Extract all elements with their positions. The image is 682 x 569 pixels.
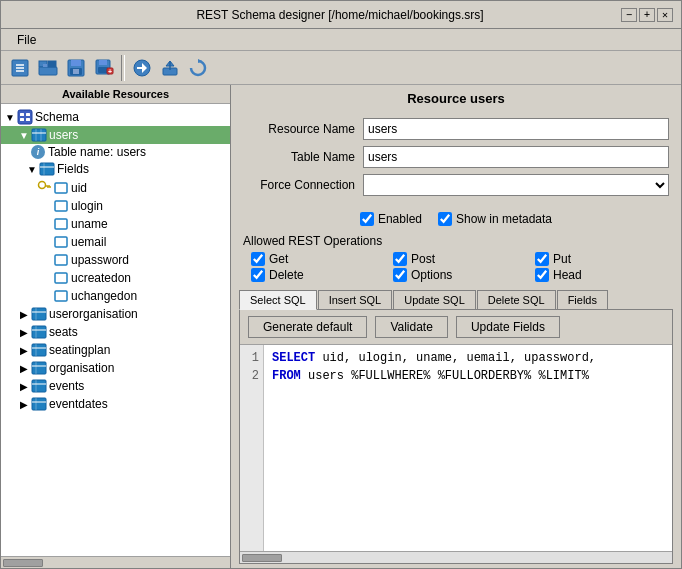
tree-toggle-schema[interactable]: ▼: [3, 110, 17, 124]
svg-rect-50: [32, 326, 46, 338]
tree-node-fields[interactable]: ▼ Fields: [1, 160, 230, 178]
rest-op-head-checkbox[interactable]: [535, 268, 549, 282]
rest-op-put-label: Put: [553, 252, 571, 266]
tree-toggle-userorganisation[interactable]: ▶: [17, 307, 31, 321]
svg-text:+: +: [108, 68, 112, 75]
tabs-bar: Select SQL Insert SQL Update SQL Delete …: [231, 286, 681, 309]
export-btn[interactable]: [157, 55, 183, 81]
minimize-button[interactable]: −: [621, 8, 637, 22]
table-icon-seatingplan: [31, 342, 47, 358]
tab-insert-sql[interactable]: Insert SQL: [318, 290, 393, 309]
tree-node-uid[interactable]: uid: [1, 178, 230, 197]
tab-fields[interactable]: Fields: [557, 290, 608, 309]
maximize-button[interactable]: +: [639, 8, 655, 22]
tree-node-uchangedon[interactable]: uchangedon: [1, 287, 230, 305]
new-resource-btn[interactable]: [7, 55, 33, 81]
refresh-btn[interactable]: [185, 55, 211, 81]
field-icon-uid: [53, 180, 69, 196]
tree-toggle-seats[interactable]: ▶: [17, 325, 31, 339]
svg-rect-43: [55, 237, 67, 247]
svg-rect-19: [137, 67, 145, 69]
rest-op-get-checkbox[interactable]: [251, 252, 265, 266]
svg-rect-13: [99, 60, 107, 65]
table-icon-organisation: [31, 360, 47, 376]
saveas-btn[interactable]: +: [91, 55, 117, 81]
field-icon-upassword: [53, 252, 69, 268]
tree-toggle-organisation[interactable]: ▶: [17, 361, 31, 375]
resource-name-input[interactable]: [363, 118, 669, 140]
generate-default-btn[interactable]: Generate default: [248, 316, 367, 338]
save-btn[interactable]: [63, 55, 89, 81]
force-connection-select[interactable]: [363, 174, 669, 196]
info-icon: i: [31, 145, 45, 159]
tree-toggle-users[interactable]: ▼: [17, 128, 31, 142]
tree-label-events: events: [49, 379, 84, 393]
update-fields-btn[interactable]: Update Fields: [456, 316, 560, 338]
schema-icon: [17, 109, 33, 125]
tree-node-seatingplan[interactable]: ▶ seatingplan: [1, 341, 230, 359]
tree-label-upassword: upassword: [71, 253, 129, 267]
rest-op-post-checkbox[interactable]: [393, 252, 407, 266]
rest-op-delete-checkbox[interactable]: [251, 268, 265, 282]
tree-node-uemail[interactable]: uemail: [1, 233, 230, 251]
tree-node-organisation[interactable]: ▶ organisation: [1, 359, 230, 377]
tree-node-users[interactable]: ▼ users: [1, 126, 230, 144]
tree-toggle-fields[interactable]: ▼: [25, 162, 39, 176]
toolbar: +: [1, 51, 681, 85]
tree-node-events[interactable]: ▶ events: [1, 377, 230, 395]
form-row-resource-name: Resource Name: [243, 118, 669, 140]
sql-scrollbar-thumb[interactable]: [242, 554, 282, 562]
svg-rect-6: [43, 64, 48, 67]
tree-label-users: users: [49, 128, 78, 142]
tree-node-eventdates[interactable]: ▶ eventdates: [1, 395, 230, 413]
svg-rect-53: [32, 344, 46, 356]
svg-rect-62: [32, 398, 46, 410]
menu-file[interactable]: File: [9, 31, 44, 49]
tree-node-seats[interactable]: ▶ seats: [1, 323, 230, 341]
tree-node-uname[interactable]: uname: [1, 215, 230, 233]
show-in-metadata-checkbox[interactable]: [438, 212, 452, 226]
tree-toggle-seatingplan[interactable]: ▶: [17, 343, 31, 357]
svg-rect-45: [55, 273, 67, 283]
tree-toggle-events[interactable]: ▶: [17, 379, 31, 393]
tree-node-userorganisation[interactable]: ▶ userorganisation: [1, 305, 230, 323]
main-content: Available Resources ▼ Schema: [1, 85, 681, 568]
sql-code[interactable]: SELECT uid, ulogin, uname, uemail, upass…: [264, 345, 672, 551]
tree-label-uname: uname: [71, 217, 108, 231]
main-window: REST Schema designer [/home/michael/book…: [0, 0, 682, 569]
tree-container[interactable]: ▼ Schema ▼: [1, 104, 230, 556]
form-row-table-name: Table Name: [243, 146, 669, 168]
left-panel-scrollbar[interactable]: [1, 556, 230, 568]
tab-update-sql[interactable]: Update SQL: [393, 290, 476, 309]
rest-op-options-checkbox[interactable]: [393, 268, 407, 282]
svg-rect-25: [20, 113, 24, 116]
key-icon-uid: [37, 179, 51, 196]
import-btn[interactable]: [129, 55, 155, 81]
svg-rect-7: [48, 61, 56, 67]
line-number-2: 2: [244, 367, 259, 385]
open-btn[interactable]: [35, 55, 61, 81]
svg-rect-40: [55, 183, 67, 193]
sql-line-numbers: 1 2: [240, 345, 264, 551]
validate-btn[interactable]: Validate: [375, 316, 447, 338]
svg-rect-42: [55, 219, 67, 229]
tree-node-ucreatedon[interactable]: ucreatedon: [1, 269, 230, 287]
tree-node-ulogin[interactable]: ulogin: [1, 197, 230, 215]
enabled-checkbox[interactable]: [360, 212, 374, 226]
rest-op-options: Options: [393, 268, 527, 282]
tree-label-userorganisation: userorganisation: [49, 307, 138, 321]
close-button[interactable]: ✕: [657, 8, 673, 22]
left-scrollbar-thumb[interactable]: [3, 559, 43, 567]
tree-node-upassword[interactable]: upassword: [1, 251, 230, 269]
tab-select-sql[interactable]: Select SQL: [239, 290, 317, 310]
rest-op-put-checkbox[interactable]: [535, 252, 549, 266]
tree-toggle-eventdates[interactable]: ▶: [17, 397, 31, 411]
table-name-label: Table Name: [243, 150, 363, 164]
tree-node-schema[interactable]: ▼ Schema: [1, 108, 230, 126]
sql-horizontal-scrollbar[interactable]: [240, 551, 672, 563]
tab-delete-sql[interactable]: Delete SQL: [477, 290, 556, 309]
sql-editor[interactable]: 1 2 SELECT uid, ulogin, uname, uemail, u…: [240, 344, 672, 551]
field-icon-uchangedon: [53, 288, 69, 304]
tree-label-seatingplan: seatingplan: [49, 343, 110, 357]
table-name-input[interactable]: [363, 146, 669, 168]
